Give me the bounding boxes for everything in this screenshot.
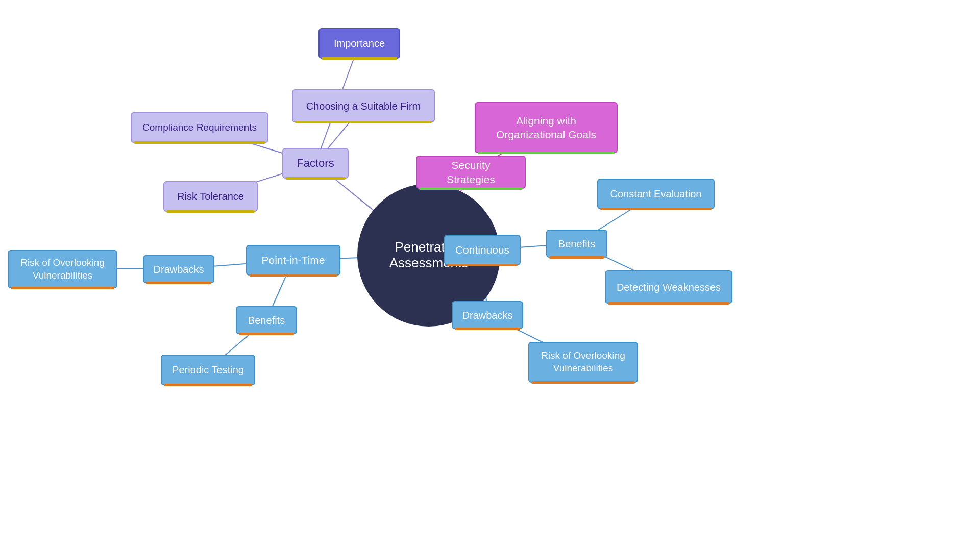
node-compliance-req[interactable]: Compliance Requirements xyxy=(131,112,268,143)
node-constant-evaluation[interactable]: Constant Evaluation xyxy=(597,179,715,209)
node-factors[interactable]: Factors xyxy=(282,148,349,179)
node-point-in-time[interactable]: Point-in-Time xyxy=(246,245,340,276)
node-pit-benefits[interactable]: Benefits xyxy=(236,306,297,334)
node-cont-benefits[interactable]: Benefits xyxy=(546,230,607,258)
node-periodic-testing[interactable]: Periodic Testing xyxy=(161,355,255,385)
node-cont-drawbacks[interactable]: Drawbacks xyxy=(452,301,523,329)
node-security-strategies[interactable]: Security Strategies xyxy=(416,156,526,189)
node-importance[interactable]: Importance xyxy=(318,28,400,59)
node-detecting-weaknesses[interactable]: Detecting Weaknesses xyxy=(605,270,732,304)
node-cont-risk-overlooking[interactable]: Risk of Overlooking Vulnerabilities xyxy=(528,342,638,383)
node-risk-tolerance[interactable]: Risk Tolerance xyxy=(163,181,258,212)
node-choosing-firm[interactable]: Choosing a Suitable Firm xyxy=(292,89,435,122)
node-pit-drawbacks[interactable]: Drawbacks xyxy=(143,255,214,283)
node-continuous[interactable]: Continuous xyxy=(444,235,521,265)
node-aligning-goals[interactable]: Aligning with Organizational Goals xyxy=(475,102,618,153)
node-pit-risk-overlooking[interactable]: Risk of Overlooking Vulnerabilities xyxy=(8,250,117,288)
